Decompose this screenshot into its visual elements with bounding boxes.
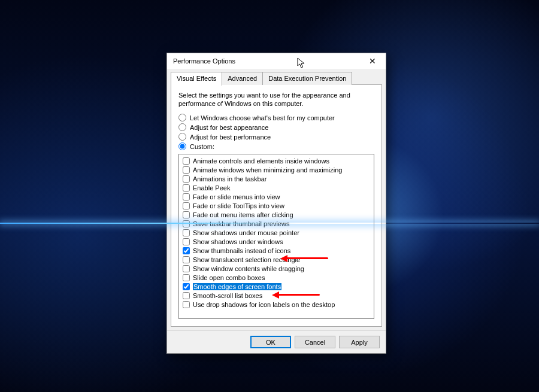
option-label: Animations in the taskbar (193, 175, 267, 183)
option-label: Fade or slide ToolTips into view (193, 202, 284, 209)
option-label: Fade out menu items after clicking (193, 211, 293, 218)
radio-custom[interactable]: Custom: (178, 142, 374, 150)
option-row[interactable]: Enable Peek (181, 183, 372, 192)
option-row[interactable]: Use drop shadows for icon labels on the … (181, 300, 372, 309)
option-row[interactable]: Show thumbnails instead of icons (181, 246, 372, 255)
option-checkbox[interactable] (183, 283, 190, 290)
option-label: Show thumbnails instead of icons (193, 247, 290, 254)
option-checkbox[interactable] (183, 220, 190, 227)
option-row[interactable]: Animations in the taskbar (181, 174, 372, 183)
radio-best-appearance[interactable]: Adjust for best appearance (178, 123, 374, 131)
option-checkbox[interactable] (183, 256, 190, 263)
radio-label: Let Windows choose what's best for my co… (190, 114, 335, 121)
option-label: Show shadows under mouse pointer (193, 229, 299, 236)
option-label: Smooth-scroll list boxes (193, 292, 262, 299)
option-row[interactable]: Smooth-scroll list boxes (181, 291, 372, 300)
option-label: Enable Peek (193, 184, 230, 192)
option-label: Slide open combo boxes (193, 274, 265, 281)
tab-visual-effects[interactable]: Visual Effects (171, 72, 222, 86)
option-label: Save taskbar thumbnail previews (193, 220, 289, 227)
option-label: Use drop shadows for icon labels on the … (193, 301, 335, 308)
option-checkbox[interactable] (183, 274, 190, 281)
tab-page-visual-effects: Select the settings you want to use for … (171, 85, 382, 327)
radio-input[interactable] (178, 123, 186, 131)
option-checkbox[interactable] (183, 229, 190, 236)
titlebar[interactable]: Performance Options ✕ (167, 53, 386, 69)
option-row[interactable]: Show shadows under windows (181, 237, 372, 246)
apply-button[interactable]: Apply (339, 336, 380, 348)
dialog-button-bar: OK Cancel Apply (167, 330, 386, 353)
option-checkbox[interactable] (183, 238, 190, 245)
tab-dep[interactable]: Data Execution Prevention (262, 72, 352, 85)
option-checkbox[interactable] (183, 265, 190, 272)
radio-input[interactable] (178, 114, 186, 121)
radio-input[interactable] (178, 133, 186, 141)
option-label: Fade or slide menus into view (193, 193, 280, 200)
option-row[interactable]: Animate windows when minimizing and maxi… (181, 165, 372, 174)
option-row[interactable]: Save taskbar thumbnail previews (181, 219, 372, 228)
option-label: Show translucent selection rectangle (193, 256, 300, 263)
option-row[interactable]: Fade or slide menus into view (181, 192, 372, 201)
option-checkbox[interactable] (183, 292, 190, 299)
option-row[interactable]: Slide open combo boxes (181, 273, 372, 282)
option-label: Smooth edges of screen fonts (193, 283, 281, 290)
option-checkbox[interactable] (183, 175, 190, 183)
option-row[interactable]: Show translucent selection rectangle (181, 255, 372, 264)
option-row[interactable]: Show shadows under mouse pointer (181, 228, 372, 237)
radio-label: Custom: (190, 143, 214, 150)
radio-label: Adjust for best appearance (190, 124, 268, 131)
option-checkbox[interactable] (183, 247, 190, 254)
option-checkbox[interactable] (183, 211, 190, 218)
option-label: Animate windows when minimizing and maxi… (193, 166, 342, 174)
option-checkbox[interactable] (183, 301, 190, 308)
radio-input[interactable] (178, 142, 186, 150)
option-row[interactable]: Animate controls and elements inside win… (181, 156, 372, 165)
option-label: Animate controls and elements inside win… (193, 157, 329, 165)
radio-best-performance[interactable]: Adjust for best performance (178, 133, 374, 141)
option-checkbox[interactable] (183, 184, 190, 192)
radio-label: Adjust for best performance (190, 133, 271, 141)
cancel-button[interactable]: Cancel (295, 336, 335, 348)
option-checkbox[interactable] (183, 202, 190, 209)
close-icon[interactable]: ✕ (363, 56, 382, 66)
option-label: Show shadows under windows (193, 238, 283, 245)
description-text: Select the settings you want to use for … (178, 91, 374, 108)
option-row[interactable]: Fade or slide ToolTips into view (181, 201, 372, 210)
performance-options-dialog: Performance Options ✕ Visual Effects Adv… (166, 53, 386, 354)
option-row[interactable]: Smooth edges of screen fonts (181, 282, 372, 291)
option-checkbox[interactable] (183, 193, 190, 200)
desktop-wallpaper: Performance Options ✕ Visual Effects Adv… (0, 0, 539, 392)
ok-button[interactable]: OK (250, 336, 291, 348)
radio-let-windows-choose[interactable]: Let Windows choose what's best for my co… (178, 114, 374, 121)
tab-strip: Visual Effects Advanced Data Execution P… (171, 71, 382, 85)
option-label: Show window contents while dragging (193, 265, 304, 272)
option-checkbox[interactable] (183, 157, 190, 165)
visual-effects-listbox[interactable]: Animate controls and elements inside win… (178, 154, 374, 319)
dialog-title: Performance Options (173, 57, 363, 65)
tab-advanced[interactable]: Advanced (222, 72, 263, 85)
option-checkbox[interactable] (183, 166, 190, 174)
option-row[interactable]: Show window contents while dragging (181, 264, 372, 273)
option-row[interactable]: Fade out menu items after clicking (181, 210, 372, 219)
